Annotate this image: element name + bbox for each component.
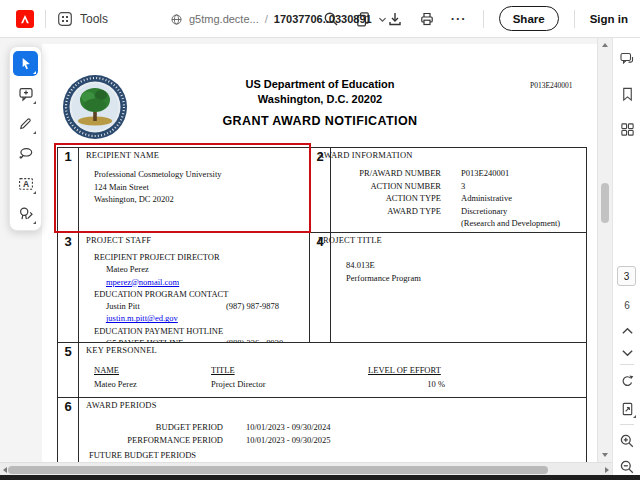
- period-label: BUDGET PERIOD: [58, 421, 223, 434]
- scroll-right-arrow[interactable]: [605, 467, 609, 473]
- bottom-edge-strip: [0, 475, 640, 480]
- recipient-name-highlight-box: [54, 143, 311, 233]
- previous-page-icon[interactable]: [618, 322, 636, 340]
- chevron-down-icon[interactable]: [378, 16, 387, 23]
- period-value: 10/01/2023 - 09/30/2025: [246, 434, 331, 447]
- next-page-icon[interactable]: [618, 344, 636, 362]
- breadcrumb-filename: 17037706..0330891: [274, 13, 372, 25]
- field-value: Administrative: [461, 192, 512, 205]
- fit-page-icon[interactable]: [618, 400, 636, 418]
- cfda-number: 84.013E: [346, 259, 421, 272]
- share-button[interactable]: Share: [499, 6, 559, 31]
- period-label: PERFORMANCE PERIOD: [58, 434, 223, 447]
- staff-heading: RECIPIENT PROJECT DIRECTOR: [94, 251, 305, 263]
- submenu-indicator: [33, 71, 36, 74]
- field-label: ACTION NUMBER: [332, 180, 441, 193]
- field-value: P013E240001: [461, 167, 509, 180]
- pencil-tool-button[interactable]: [13, 111, 38, 136]
- section-number: 3: [58, 233, 79, 342]
- select-tool-button[interactable]: [13, 51, 38, 76]
- submenu-indicator: [33, 221, 36, 224]
- horizontal-scrollbar[interactable]: [0, 462, 612, 475]
- breadcrumb-separator: /: [265, 13, 268, 25]
- submenu-indicator: [633, 415, 636, 418]
- director-name: Mateo Perez: [106, 263, 149, 275]
- section-label: AWARD INFORMATION: [318, 150, 413, 160]
- column-header-title: TITLE: [211, 365, 235, 375]
- submenu-indicator: [33, 191, 36, 194]
- field-label: [332, 217, 441, 230]
- adobe-acrobat-logo-icon[interactable]: [16, 10, 34, 28]
- pdf-page: P013E240001 US Department of Education W…: [42, 44, 597, 462]
- acrobat-web-viewer: Tools g5tmg.decte... / 17037706..0330891: [0, 0, 640, 480]
- toolbar-divider: [483, 10, 484, 28]
- document-header: US Department of Education Washington, D…: [160, 77, 480, 106]
- lasso-tool-button[interactable]: [13, 141, 38, 166]
- section-number: 2: [310, 148, 331, 232]
- horizontal-scrollbar-thumb[interactable]: [8, 466, 548, 474]
- section-label: KEY PERSONNEL: [86, 345, 157, 355]
- download-icon[interactable]: [386, 10, 404, 28]
- field-label: ACTION TYPE: [332, 192, 441, 205]
- field-value: 3: [461, 180, 465, 193]
- staff-heading: EDUCATION PROGRAM CONTACT: [94, 288, 305, 300]
- page-thumbnails-icon[interactable]: [618, 120, 636, 138]
- bookmarks-panel-icon[interactable]: [618, 85, 636, 103]
- globe-icon: [170, 13, 183, 26]
- field-value: (Research and Development): [461, 217, 560, 230]
- period-value: 10/01/2023 - 09/30/2024: [246, 421, 331, 434]
- rotate-page-icon[interactable]: [618, 372, 636, 390]
- section-number: 4: [310, 233, 331, 342]
- submenu-indicator: [33, 131, 36, 134]
- program-contact-phone: (987) 987-9878: [226, 300, 279, 312]
- org-line1: US Department of Education: [160, 77, 480, 92]
- vertical-scrollbar-thumb[interactable]: [601, 183, 609, 223]
- director-email-link[interactable]: mperez@nomail.com: [106, 276, 179, 288]
- toolbar-divider: [45, 10, 46, 28]
- submenu-indicator: [33, 101, 36, 104]
- breadcrumb[interactable]: g5tmg.decte... / 17037706..0330891: [170, 0, 387, 38]
- column-header-effort: LEVEL OF EFFORT: [368, 365, 441, 375]
- document-title: GRANT AWARD NOTIFICATION: [160, 114, 480, 128]
- scroll-up-arrow[interactable]: [602, 43, 608, 47]
- current-page-input[interactable]: 3: [617, 266, 636, 286]
- section-label: PROJECT STAFF: [86, 235, 151, 245]
- org-line2: Washington, D.C. 20202: [160, 92, 480, 107]
- comments-panel-icon[interactable]: [618, 50, 636, 68]
- tools-button[interactable]: Tools: [57, 11, 108, 27]
- field-label: AWARD TYPE: [332, 205, 441, 218]
- award-ref-number: P013E240001: [530, 81, 573, 90]
- section-project-title: 4 PROJECT TITLE 84.013E Performance Prog…: [309, 232, 587, 343]
- scroll-left-arrow[interactable]: [3, 467, 7, 473]
- toolbar-divider: [574, 10, 575, 28]
- future-budget-periods-label: FUTURE BUDGET PERIODS: [89, 450, 196, 460]
- browser-toolbar: Tools g5tmg.decte... / 17037706..0330891: [0, 0, 640, 38]
- section-project-staff: 3 PROJECT STAFF RECIPIENT PROJECT DIRECT…: [57, 232, 310, 343]
- program-contact-email-link[interactable]: justin.m.pitt@ed.gov: [106, 312, 178, 324]
- sidebar-divider: [620, 364, 634, 365]
- program-contact-name: Justin Pitt: [106, 300, 226, 312]
- breadcrumb-site: g5tmg.decte...: [189, 13, 259, 25]
- total-pages-label: 6: [613, 300, 640, 311]
- stamp-tool-button[interactable]: [13, 201, 38, 226]
- print-icon[interactable]: [418, 10, 436, 28]
- annotation-tool-panel: A: [9, 46, 42, 231]
- personnel-name: Mateo Perez: [94, 379, 137, 389]
- scroll-down-arrow[interactable]: [602, 453, 608, 457]
- right-sidebar: 3 6: [612, 38, 640, 475]
- more-options-icon[interactable]: ···: [450, 10, 468, 28]
- text-tool-letter: A: [22, 179, 28, 189]
- zoom-in-icon[interactable]: [618, 432, 636, 450]
- zoom-out-icon[interactable]: [618, 458, 636, 476]
- staff-heading: EDUCATION PAYMENT HOTLINE: [94, 325, 305, 337]
- sign-in-button[interactable]: Sign in: [590, 13, 628, 25]
- comment-tool-button[interactable]: [13, 81, 38, 106]
- section-award-information: 2 AWARD INFORMATION PR/AWARD NUMBERP013E…: [309, 147, 587, 233]
- sidebar-divider: [620, 424, 634, 425]
- field-value: Discretionary: [461, 205, 507, 218]
- field-label: PR/AWARD NUMBER: [332, 167, 441, 180]
- tools-label: Tools: [80, 12, 108, 26]
- vertical-scrollbar[interactable]: [597, 38, 612, 462]
- personnel-effort: 10 %: [368, 379, 445, 389]
- text-box-tool-button[interactable]: A: [13, 171, 38, 196]
